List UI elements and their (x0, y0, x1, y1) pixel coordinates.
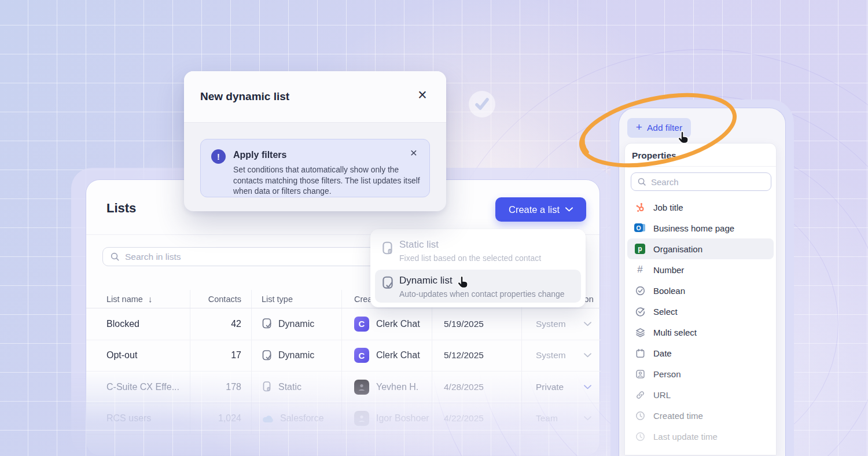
chevron-down-icon (584, 322, 591, 326)
create-list-button[interactable]: Create a list (495, 197, 586, 222)
cell-permission[interactable]: Private (522, 372, 601, 403)
cell-list-type: Salesforce (252, 403, 342, 435)
clock-icon (634, 431, 646, 442)
properties-title: Properties (632, 150, 676, 161)
plus-icon: + (636, 121, 642, 134)
add-filter-button[interactable]: + Add filter (627, 118, 691, 138)
cell-contacts: 178 (190, 372, 252, 403)
cell-list-type: Static (252, 372, 342, 403)
clerk-chat-icon: C (354, 348, 369, 363)
outlook-icon: O (634, 222, 646, 234)
property-item-job-title[interactable]: Job title (627, 197, 774, 218)
property-item-boolean[interactable]: Boolean (627, 280, 774, 301)
chevron-down-icon (584, 353, 591, 358)
cell-contacts: 17 (190, 340, 252, 372)
person-silhouette-icon (357, 383, 366, 392)
salesforce-icon (262, 414, 274, 423)
cell-created-date: 4/28/2025 (432, 372, 522, 403)
apply-filters-banner: ! Apply filters × Set conditions that au… (200, 139, 430, 197)
cell-list-name: Opt-out (86, 340, 190, 372)
property-item-person[interactable]: Person (627, 363, 774, 384)
create-list-menu: Static list Fixed list based on the sele… (370, 229, 586, 307)
select-circle-icon (634, 306, 646, 317)
create-list-button-label: Create a list (509, 204, 560, 215)
static-list-icon (381, 241, 395, 258)
menu-item-static-list: Static list Fixed list based on the sele… (375, 234, 581, 270)
banner-description: Set conditions that automatically show o… (233, 165, 424, 197)
lists-card: Lists Create a list List name ↓ Contacts (86, 179, 600, 456)
search-icon (110, 252, 120, 262)
cell-list-type: Dynamic (252, 340, 342, 372)
dynamic-list-icon (381, 275, 395, 293)
chevron-down-icon (565, 207, 573, 212)
cell-list-name: Blocked (86, 308, 190, 340)
property-item-number[interactable]: # Number (627, 259, 774, 280)
hubspot-icon (634, 201, 646, 213)
table-row[interactable]: Opt-out 17 Dynamic C Clerk Chat 5/12/202… (86, 340, 601, 372)
property-item-date[interactable]: Date (627, 343, 774, 363)
property-item-business-home-page[interactable]: O Business home page (627, 218, 774, 238)
properties-dropdown: Properties (624, 143, 777, 455)
banner-title: Apply filters (233, 150, 286, 160)
cell-list-name: RCS users (86, 403, 190, 435)
clerk-chat-icon: C (354, 317, 369, 332)
search-icon (637, 177, 646, 186)
person-silhouette-icon (357, 414, 366, 423)
properties-list: Job title O Business home page p Organis… (625, 197, 776, 447)
cell-permission[interactable]: System (522, 340, 601, 372)
calendar-icon (634, 347, 646, 359)
info-icon: ! (211, 149, 226, 164)
modal-header: New dynamic list × (184, 71, 446, 123)
close-icon[interactable]: × (414, 86, 431, 104)
avatar (354, 411, 369, 426)
static-list-icon (262, 381, 273, 393)
table-row[interactable]: RCS users 1,024 Salesforce Igor Boshoer (86, 403, 601, 435)
property-item-url[interactable]: URL (627, 384, 774, 405)
divider (625, 166, 776, 167)
menu-item-dynamic-list[interactable]: Dynamic list Auto-updates when contact p… (375, 270, 581, 303)
modal-title: New dynamic list (200, 90, 289, 103)
cell-created-date: 5/19/2025 (432, 308, 522, 340)
cell-list-name: C-Suite CX Effe... (86, 372, 190, 403)
properties-search[interactable] (631, 172, 771, 191)
property-item-select[interactable]: Select (627, 301, 774, 322)
property-item-last-update-time[interactable]: Last update time (627, 426, 774, 447)
check-circle-icon (634, 285, 646, 296)
properties-search-input[interactable] (651, 177, 765, 187)
hash-icon: # (634, 264, 646, 275)
cell-created-by: Igor Boshoer (342, 403, 432, 435)
property-item-multi-select[interactable]: Multi select (627, 322, 774, 343)
chevron-down-icon (584, 385, 591, 389)
column-header-type: List type (252, 290, 342, 308)
close-icon[interactable]: × (406, 145, 421, 160)
table-row[interactable]: Blocked 42 Dynamic C Clerk Chat 5/19/202… (86, 308, 601, 340)
cell-created-by: C Clerk Chat (342, 340, 432, 372)
sort-desc-icon: ↓ (148, 294, 153, 304)
person-icon (634, 368, 646, 380)
add-filter-label: Add filter (647, 123, 682, 133)
cell-permission[interactable]: System (522, 308, 601, 340)
clock-icon (634, 410, 646, 421)
check-icon (475, 98, 490, 111)
chevron-down-icon (584, 416, 591, 421)
table-row[interactable]: C-Suite CX Effe... 178 Static (86, 372, 601, 403)
property-item-created-time[interactable]: Created time (627, 405, 774, 426)
dynamic-list-icon (262, 350, 273, 362)
layers-icon (634, 326, 646, 338)
column-header-name[interactable]: List name ↓ (86, 290, 190, 308)
property-item-organisation[interactable]: p Organisation (627, 238, 774, 259)
dynamic-list-icon (262, 318, 273, 330)
cell-contacts: 1,024 (190, 403, 252, 435)
lists-table: List name ↓ Contacts List type Created b… (86, 290, 601, 435)
link-icon (634, 389, 646, 400)
cell-permission[interactable]: Team (522, 403, 601, 435)
page-title: Lists (106, 201, 136, 216)
avatar (354, 380, 369, 395)
filter-panel-inner: + Add filter Properties (619, 108, 786, 456)
cell-contacts: 42 (190, 308, 252, 340)
cell-created-date: 4/22/2025 (432, 403, 522, 435)
cell-list-type: Dynamic (252, 308, 342, 340)
column-header-contacts: Contacts (190, 290, 252, 308)
cell-created-by: C Clerk Chat (342, 308, 432, 340)
cell-created-by: Yevhen H. (342, 372, 432, 403)
